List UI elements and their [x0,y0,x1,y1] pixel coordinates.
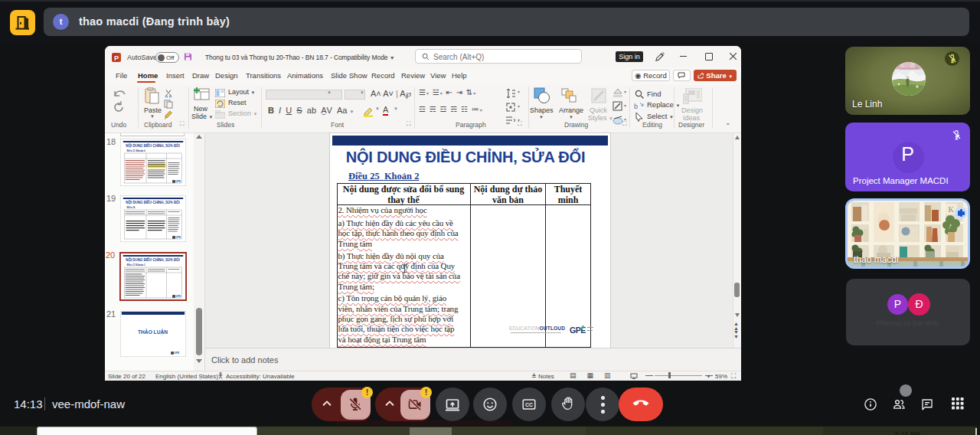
svg-text:THẢO LUẬN: THẢO LUẬN [138,329,168,335]
svg-text:CC: CC [525,402,533,407]
svg-text:⬛GPE: ⬛GPE [171,351,180,355]
svg-text:NỘI DUNG ĐIỀU CHỈNH, SỬA ĐỔI: NỘI DUNG ĐIỀU CHỈNH, SỬA ĐỔI [126,199,179,204]
svg-text:⬛GPE: ⬛GPE [172,235,181,239]
svg-text:Điều 25 Khoản 2: Điều 25 Khoản 2 [126,263,145,267]
svg-text:Điều 25 Khoản 4: Điều 25 Khoản 4 [127,149,146,152]
svg-text:Điều 26: Điều 26 [127,206,136,209]
svg-text:⬛GPE: ⬛GPE [172,294,181,298]
svg-text:NỘI DUNG ĐIỀU CHỈNH, SỬA ĐỔI: NỘI DUNG ĐIỀU CHỈNH, SỬA ĐỔI [126,257,180,262]
svg-text:NỘI DUNG ĐIỀU CHỈNH, SỬA ĐỔI: NỘI DUNG ĐIỀU CHỈNH, SỬA ĐỔI [126,142,179,148]
svg-text:P: P [114,54,119,62]
svg-text:⬛GPE: ⬛GPE [172,179,181,183]
svg-text:b: b [634,103,638,110]
svg-text:K: K [948,205,954,214]
